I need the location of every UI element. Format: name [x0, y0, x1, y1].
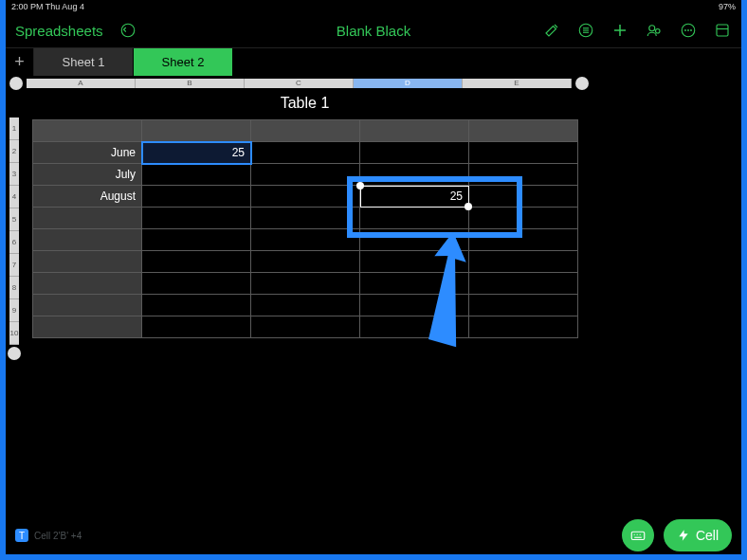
row-header-5[interactable]: 5: [9, 208, 19, 231]
cell-d6[interactable]: [360, 229, 469, 251]
table-row[interactable]: June 25: [33, 142, 578, 164]
row-ruler-end[interactable]: [8, 347, 21, 360]
row-header-10[interactable]: 10: [9, 322, 19, 345]
table-row[interactable]: [33, 273, 578, 295]
tab-sheet-2[interactable]: Sheet 2: [134, 48, 233, 76]
plus-icon[interactable]: [610, 21, 629, 40]
cell-e2[interactable]: [469, 142, 578, 164]
cell-a7[interactable]: [33, 251, 142, 273]
panel-icon[interactable]: [713, 21, 732, 40]
cell-b2[interactable]: 25: [142, 142, 251, 164]
cell-a5[interactable]: [33, 208, 142, 229]
cell-c9[interactable]: [251, 295, 360, 316]
cell-c4[interactable]: [251, 186, 360, 208]
row-header-7[interactable]: 7: [9, 254, 19, 277]
cell-d9[interactable]: [360, 295, 469, 316]
row-header-6[interactable]: 6: [9, 231, 19, 254]
table-row[interactable]: [33, 295, 578, 316]
cell-d2[interactable]: [360, 142, 469, 164]
col-ruler-origin[interactable]: [9, 77, 23, 90]
cell-a2[interactable]: June: [33, 142, 142, 164]
add-sheet-button[interactable]: +: [6, 48, 34, 76]
cell-e1[interactable]: [469, 120, 578, 142]
cell-b4[interactable]: [142, 186, 251, 208]
cell-c8[interactable]: [251, 273, 360, 295]
cell-d3[interactable]: [360, 164, 469, 186]
spreadsheet-table[interactable]: June 25 July August: [32, 119, 578, 338]
cell-c6[interactable]: [251, 229, 360, 251]
table-title[interactable]: Table 1: [32, 91, 577, 119]
cell-c5[interactable]: [251, 208, 360, 229]
back-button[interactable]: Spreadsheets: [15, 23, 103, 39]
cell-e5[interactable]: [469, 208, 578, 229]
cell-b3[interactable]: [142, 164, 251, 186]
cell-e8[interactable]: [469, 273, 578, 295]
cell-a10[interactable]: [33, 316, 142, 338]
cell-e9[interactable]: [469, 295, 578, 316]
table-row[interactable]: [33, 229, 578, 251]
cell-b9[interactable]: [142, 295, 251, 316]
cell-a8[interactable]: [33, 273, 142, 295]
undo-icon[interactable]: [118, 21, 137, 40]
cell-c7[interactable]: [251, 251, 360, 273]
more-icon[interactable]: [679, 21, 698, 40]
cell-d10[interactable]: [360, 316, 469, 338]
col-ruler-end[interactable]: [575, 77, 589, 90]
cell-a3[interactable]: July: [33, 164, 142, 186]
cell-c2[interactable]: [251, 142, 360, 164]
row-header-8[interactable]: 8: [9, 277, 19, 299]
list-icon[interactable]: [576, 21, 595, 40]
column-ruler[interactable]: A B C D E: [6, 76, 741, 91]
row-header-9[interactable]: 9: [9, 299, 19, 322]
col-header-a[interactable]: A: [27, 79, 136, 88]
col-header-b[interactable]: B: [136, 79, 245, 88]
cell-b5[interactable]: [142, 208, 251, 229]
cell-c10[interactable]: [251, 316, 360, 338]
cell-c3[interactable]: [251, 164, 360, 186]
paint-icon[interactable]: [542, 21, 561, 40]
table-row[interactable]: [33, 208, 578, 229]
cell-b8[interactable]: [142, 273, 251, 295]
cell-d7[interactable]: [360, 251, 469, 273]
cell-a9[interactable]: [33, 295, 142, 316]
cell-b6[interactable]: [142, 229, 251, 251]
table-row[interactable]: August 25: [33, 186, 578, 208]
cell-e7[interactable]: [469, 251, 578, 273]
cell-button[interactable]: Cell: [664, 519, 732, 551]
tab-sheet-1[interactable]: Sheet 1: [34, 48, 134, 76]
text-badge-icon[interactable]: T: [15, 529, 28, 542]
cell-e10[interactable]: [469, 316, 578, 338]
table-row[interactable]: [33, 251, 578, 273]
collab-icon[interactable]: [645, 21, 664, 40]
cell-button-label: Cell: [696, 528, 719, 543]
row-header-1[interactable]: 1: [9, 117, 19, 140]
table-row[interactable]: July: [33, 164, 578, 186]
cell-d5[interactable]: [360, 208, 469, 229]
cell-a4[interactable]: August: [33, 186, 142, 208]
cell-b10[interactable]: [142, 316, 251, 338]
row-ruler[interactable]: 1 2 3 4 5 6 7 8 9 10: [6, 91, 23, 554]
row-header-4[interactable]: 4: [9, 186, 19, 208]
cell-d4[interactable]: 25: [360, 186, 469, 208]
keyboard-button[interactable]: [622, 519, 654, 551]
cell-e6[interactable]: [469, 229, 578, 251]
status-left: 2:00 PM Thu Aug 4: [11, 2, 84, 11]
row-header-2[interactable]: 2: [9, 140, 19, 163]
col-header-e[interactable]: E: [463, 79, 572, 88]
cell-d8[interactable]: [360, 273, 469, 295]
selection-handle-tl[interactable]: [356, 182, 364, 190]
cell-b7[interactable]: [142, 251, 251, 273]
cell-c1[interactable]: [251, 120, 360, 142]
cell-a6[interactable]: [33, 229, 142, 251]
cell-d1[interactable]: [360, 120, 469, 142]
selection-handle-br[interactable]: [465, 203, 472, 210]
table-header-row[interactable]: [33, 120, 578, 142]
row-header-3[interactable]: 3: [9, 163, 19, 186]
col-header-c[interactable]: C: [245, 79, 354, 88]
cell-a1[interactable]: [33, 120, 142, 142]
table-row[interactable]: [33, 316, 578, 338]
cell-b1[interactable]: [142, 120, 251, 142]
cell-e4[interactable]: [469, 186, 578, 208]
col-header-d[interactable]: D: [354, 79, 463, 88]
cell-e3[interactable]: [469, 164, 578, 186]
